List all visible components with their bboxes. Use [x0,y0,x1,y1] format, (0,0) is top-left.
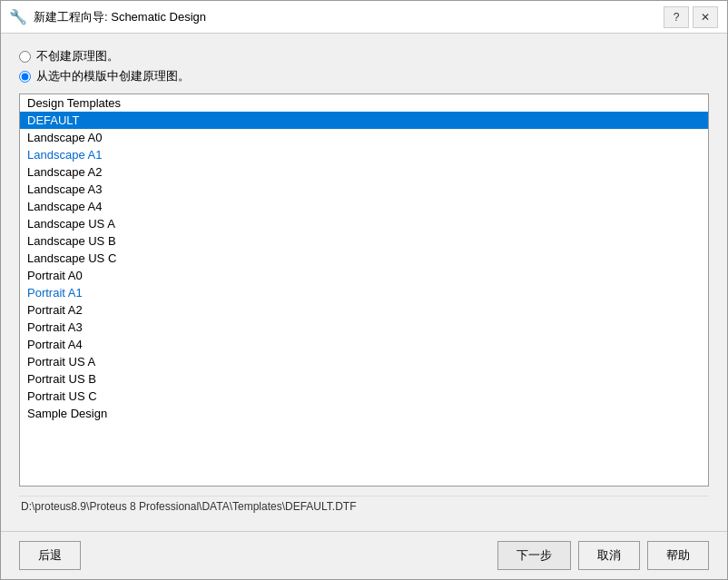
cancel-button[interactable]: 取消 [578,541,640,570]
list-item[interactable]: Landscape US B [20,232,708,250]
window-title: 新建工程向导: Schematic Design [34,9,664,25]
list-item[interactable]: Portrait US A [20,353,708,370]
list-item[interactable]: Design Templates [20,94,708,112]
main-window: 🔧 新建工程向导: Schematic Design ? ✕ 不创建原理图。 从… [0,0,728,580]
radio-input-1[interactable] [19,51,31,63]
list-item[interactable]: Landscape US C [20,250,708,267]
radio-input-2[interactable] [19,71,31,83]
radio-option1[interactable]: 不创建原理图。 [19,48,709,64]
radio-option2[interactable]: 从选中的模版中创建原理图。 [19,68,709,84]
list-item[interactable]: Sample Design [20,405,708,422]
list-item[interactable]: DEFAULT [20,112,708,129]
radio-group: 不创建原理图。 从选中的模版中创建原理图。 [19,48,709,84]
dialog-footer: 后退 下一步 取消 帮助 [1,531,727,579]
list-item[interactable]: Landscape A3 [20,181,708,198]
window-icon: 🔧 [10,9,26,25]
footer-right-buttons: 下一步 取消 帮助 [497,541,709,570]
list-item[interactable]: Landscape A0 [20,129,708,146]
title-controls: ? ✕ [664,6,718,28]
radio-label-2: 从选中的模版中创建原理图。 [36,68,190,84]
list-item[interactable]: Portrait A1 [20,284,708,301]
help-footer-button[interactable]: 帮助 [647,541,709,570]
dialog-content: 不创建原理图。 从选中的模版中创建原理图。 Design TemplatesDE… [1,34,727,531]
title-bar: 🔧 新建工程向导: Schematic Design ? ✕ [1,1,727,34]
list-item[interactable]: Landscape A4 [20,198,708,215]
next-button[interactable]: 下一步 [497,541,571,570]
list-item[interactable]: Landscape A1 [20,146,708,163]
list-item[interactable]: Portrait US B [20,370,708,388]
radio-label-1: 不创建原理图。 [36,48,119,64]
list-item[interactable]: Landscape A2 [20,163,708,181]
footer-left-buttons: 后退 [19,541,81,570]
filepath-display: D:\proteus8.9\Proteus 8 Professional\DAT… [19,496,709,516]
list-item[interactable]: Portrait A3 [20,319,708,336]
template-list[interactable]: Design TemplatesDEFAULTLandscape A0Lands… [19,93,709,487]
list-item[interactable]: Portrait A4 [20,336,708,353]
list-item[interactable]: Portrait US C [20,388,708,405]
list-item[interactable]: Landscape US A [20,215,708,232]
list-item[interactable]: Portrait A2 [20,301,708,319]
back-button[interactable]: 后退 [19,541,81,570]
help-button[interactable]: ? [664,6,689,28]
close-button[interactable]: ✕ [693,6,718,28]
list-item[interactable]: Portrait A0 [20,267,708,284]
